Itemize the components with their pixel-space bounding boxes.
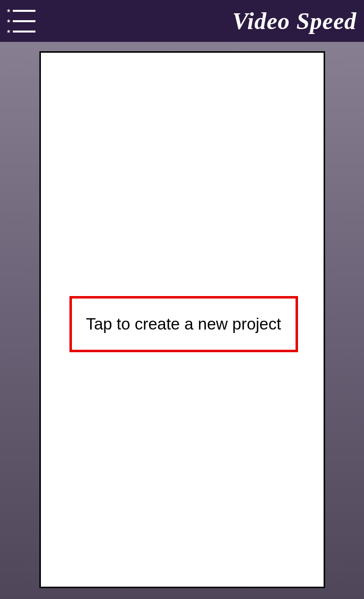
star-decoration: ★ (6, 29, 11, 34)
create-project-button[interactable]: Tap to create a new project (69, 296, 298, 352)
menu-line-2: ★ (6, 19, 35, 24)
content-area: Tap to create a new project (0, 42, 364, 599)
menu-icon[interactable]: ★ ★ ★ (6, 9, 35, 33)
star-decoration: ★ (6, 19, 11, 24)
star-decoration: ★ (6, 8, 11, 13)
menu-bar (13, 20, 35, 22)
menu-bar (13, 31, 35, 33)
menu-line-1: ★ (6, 8, 35, 13)
create-project-label: Tap to create a new project (86, 315, 281, 333)
app-header: ★ ★ ★ Video Speed (0, 0, 364, 42)
project-canvas[interactable]: Tap to create a new project (39, 51, 325, 588)
app-title: Video Speed (232, 7, 357, 34)
menu-line-3: ★ (6, 29, 35, 34)
menu-bar (13, 10, 35, 12)
